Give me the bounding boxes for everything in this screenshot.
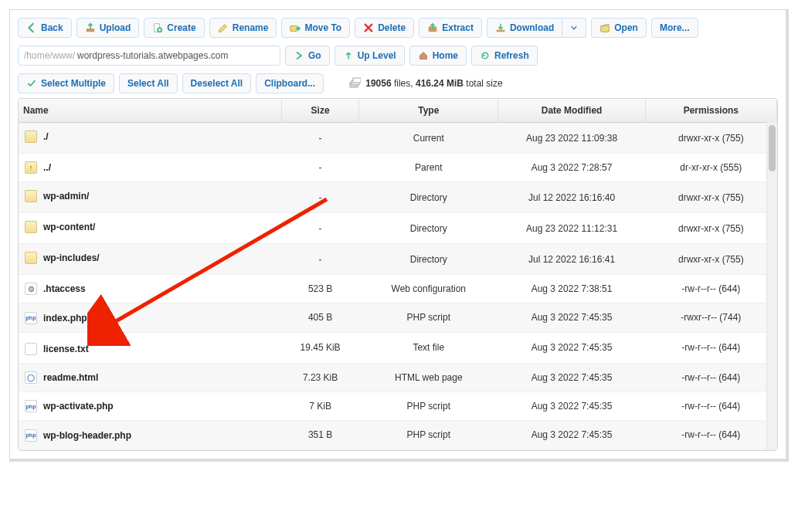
text-file-icon xyxy=(25,343,37,355)
file-name[interactable]: wp-admin/ xyxy=(25,190,89,202)
cell-perm: drwxr-xr-x (755) xyxy=(645,123,776,154)
cell-date: Aug 23 2022 11:09:38 xyxy=(498,123,645,154)
more-button[interactable]: More... xyxy=(651,18,698,38)
main-toolbar: Back Upload Create Rename Move To xyxy=(18,18,778,38)
create-button[interactable]: Create xyxy=(144,18,204,38)
select-all-button[interactable]: Select All xyxy=(119,73,178,93)
file-name[interactable]: wp-includes/ xyxy=(25,252,100,264)
col-date[interactable]: Date Modified xyxy=(498,99,645,123)
cell-perm: -rw-r--r-- (644) xyxy=(645,363,776,391)
svg-rect-9 xyxy=(353,78,361,83)
col-name[interactable]: Name xyxy=(19,99,282,123)
delete-icon xyxy=(363,22,374,33)
download-button[interactable]: Download xyxy=(487,18,562,38)
php-file-icon xyxy=(25,429,37,442)
stack-icon xyxy=(348,76,361,91)
clipboard-button[interactable]: Clipboard... xyxy=(256,73,324,93)
file-name-text: ./ xyxy=(43,131,49,142)
check-icon xyxy=(26,78,37,89)
cell-date: Aug 3 2022 7:45:35 xyxy=(498,363,645,391)
table-row[interactable]: wp-includes/-DirectoryJul 12 2022 16:16:… xyxy=(19,244,777,275)
cell-type: Web configuration xyxy=(359,275,498,303)
config-file-icon xyxy=(25,283,37,295)
cell-type: Text file xyxy=(359,332,498,363)
table-row[interactable]: wp-activate.php7 KiBPHP scriptAug 3 2022… xyxy=(19,391,777,421)
open-label: Open xyxy=(614,22,638,33)
home-icon xyxy=(418,50,429,61)
col-type[interactable]: Type xyxy=(359,99,498,123)
folder-icon xyxy=(25,252,37,264)
deselect-all-button[interactable]: Deselect All xyxy=(182,73,252,93)
table-row[interactable]: wp-admin/-DirectoryJul 12 2022 16:16:40d… xyxy=(19,182,777,213)
rename-label: Rename xyxy=(233,22,269,33)
file-name[interactable]: index.php* xyxy=(25,312,97,324)
file-name[interactable]: readme.html xyxy=(25,371,98,384)
cell-size: - xyxy=(282,244,359,275)
files-word: files, xyxy=(394,78,413,89)
table-row[interactable]: readme.html7.23 KiBHTML web pageAug 3 20… xyxy=(19,363,777,391)
cell-size: - xyxy=(282,182,359,213)
table-row[interactable]: ../-ParentAug 3 2022 7:28:57dr-xr-xr-x (… xyxy=(19,154,777,182)
folder-up-icon xyxy=(25,161,37,174)
table-row[interactable]: ./-CurrentAug 23 2022 11:09:38drwxr-xr-x… xyxy=(19,123,777,154)
file-name[interactable]: ./ xyxy=(25,130,49,143)
go-button[interactable]: Go xyxy=(285,46,330,66)
extract-label: Extract xyxy=(442,22,474,33)
more-label: More... xyxy=(660,22,690,33)
folder-icon xyxy=(25,190,37,202)
file-name-text: ../ xyxy=(43,162,51,173)
cell-perm: drwxr-xr-x (755) xyxy=(645,182,776,213)
open-button[interactable]: Open xyxy=(591,18,647,38)
html-file-icon xyxy=(25,371,37,384)
table-row[interactable]: license.txt19.45 KiBText fileAug 3 2022 … xyxy=(19,332,777,363)
up-level-button[interactable]: Up Level xyxy=(334,46,405,66)
file-name[interactable]: ../ xyxy=(25,161,51,174)
create-icon xyxy=(152,22,163,33)
table-row[interactable]: index.php*405 BPHP scriptAug 3 2022 7:45… xyxy=(19,303,777,333)
stats-text: 19056 files, 416.24 MiB total size xyxy=(348,76,503,91)
scrollbar[interactable] xyxy=(766,122,777,450)
home-label: Home xyxy=(433,50,458,61)
download-dropdown[interactable] xyxy=(562,18,586,38)
cell-size: 523 B xyxy=(282,275,359,303)
rename-button[interactable]: Rename xyxy=(209,18,277,38)
svg-rect-0 xyxy=(86,29,94,32)
col-size[interactable]: Size xyxy=(282,99,359,123)
cell-date: Aug 3 2022 7:45:35 xyxy=(498,421,645,450)
scrollbar-thumb[interactable] xyxy=(769,125,776,171)
selection-toolbar: Select Multiple Select All Deselect All … xyxy=(18,73,778,93)
table-row[interactable]: .htaccess523 BWeb configurationAug 3 202… xyxy=(19,275,777,303)
move-label: Move To xyxy=(304,22,341,33)
cell-date: Aug 3 2022 7:38:51 xyxy=(498,275,645,303)
extract-button[interactable]: Extract xyxy=(419,18,482,38)
select-multiple-button[interactable]: Select Multiple xyxy=(18,73,114,93)
table-row[interactable]: wp-blog-header.php351 BPHP scriptAug 3 2… xyxy=(19,421,777,450)
col-perm[interactable]: Permissions xyxy=(645,99,776,123)
refresh-button[interactable]: Refresh xyxy=(471,46,538,66)
cell-date: Jul 12 2022 16:16:40 xyxy=(498,182,645,213)
deselect-all-label: Deselect All xyxy=(191,78,243,89)
cell-size: - xyxy=(282,123,359,154)
go-label: Go xyxy=(308,50,321,61)
cell-perm: -rw-r--r-- (644) xyxy=(645,421,776,450)
home-button[interactable]: Home xyxy=(409,46,467,66)
folder-icon xyxy=(25,130,37,143)
file-name[interactable]: wp-activate.php xyxy=(25,400,114,412)
select-all-label: Select All xyxy=(127,78,169,89)
file-name[interactable]: .htaccess xyxy=(25,283,86,295)
file-name[interactable]: wp-blog-header.php xyxy=(25,429,131,442)
cell-size: 351 B xyxy=(282,421,359,450)
table-row[interactable]: wp-content/-DirectoryAug 23 2022 11:12:3… xyxy=(19,213,777,244)
move-to-button[interactable]: Move To xyxy=(281,18,350,38)
delete-button[interactable]: Delete xyxy=(355,18,414,38)
file-name[interactable]: license.txt xyxy=(25,343,89,355)
cell-size: 7.23 KiB xyxy=(282,363,359,391)
file-name[interactable]: wp-content/ xyxy=(25,221,95,233)
back-button[interactable]: Back xyxy=(18,18,72,38)
up-level-label: Up Level xyxy=(358,50,396,61)
file-name-text: license.txt xyxy=(43,344,89,354)
upload-button[interactable]: Upload xyxy=(76,18,140,38)
cell-perm: -rw-r--r-- (644) xyxy=(645,275,776,303)
path-input[interactable] xyxy=(18,46,280,66)
open-icon xyxy=(599,22,610,33)
